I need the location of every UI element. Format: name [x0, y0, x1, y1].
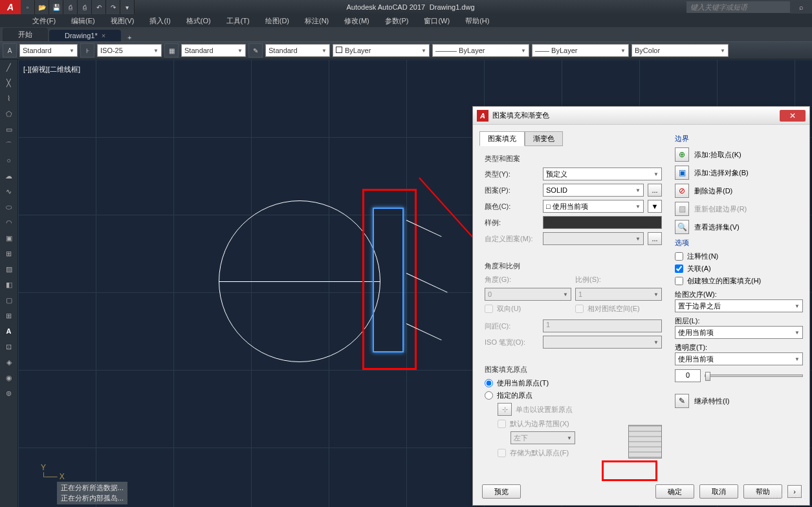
sample-swatch[interactable] [543, 216, 662, 229]
color-combo[interactable]: ByLayer▼ [333, 44, 430, 57]
arc-icon[interactable]: ⌒ [0, 137, 17, 153]
linetype-combo[interactable]: ——— ByLayer▼ [432, 44, 529, 57]
plot-icon[interactable]: ⎙ [78, 0, 92, 14]
lineweight-combo[interactable]: —— ByLayer▼ [532, 44, 629, 57]
circle-icon[interactable]: ○ [0, 153, 17, 168]
add-pick-icon[interactable]: ⊕ [675, 147, 689, 162]
close-button[interactable]: ✕ [780, 110, 806, 122]
layer-label: 图层(L): [675, 316, 803, 326]
add-select-label[interactable]: 添加:选择对象(B) [694, 168, 749, 178]
redo-icon[interactable]: ↷ [106, 0, 120, 14]
origin-specified-radio[interactable]: 指定的原点 [485, 391, 662, 400]
menu-modify[interactable]: 修改(M) [338, 15, 376, 27]
origin-current-radio[interactable]: 使用当前原点(T) [485, 378, 662, 388]
annotation-highlight [362, 189, 417, 370]
gradient-icon[interactable]: ◧ [0, 277, 17, 292]
tool1-icon[interactable]: ⊡ [0, 339, 17, 354]
menu-dimension[interactable]: 标注(N) [298, 15, 335, 27]
tab-start[interactable]: 开始 [3, 28, 48, 41]
pattern-combo[interactable]: SOLID▼ [543, 184, 644, 197]
tool2-icon[interactable]: ◈ [0, 354, 17, 370]
menu-tools[interactable]: 工具(T) [220, 15, 256, 27]
ellipse-icon[interactable]: ⬭ [0, 199, 17, 215]
inherit-icon[interactable]: ✎ [675, 394, 689, 408]
layer-combo[interactable]: 使用当前项▼ [675, 326, 803, 339]
draw-order-combo[interactable]: 置于边界之后▼ [675, 299, 803, 312]
region-icon[interactable]: ▢ [0, 292, 17, 308]
transparency-slider[interactable] [705, 374, 803, 377]
mtext-icon[interactable]: A [0, 323, 17, 339]
block-icon[interactable]: ▣ [0, 230, 17, 246]
info-center-icon[interactable]: ⌕ [790, 1, 812, 14]
viewport-label[interactable]: [-][俯视][二维线框] [23, 65, 80, 74]
menu-help[interactable]: 帮助(H) [459, 15, 496, 27]
hatch-icon[interactable]: ▨ [0, 261, 17, 277]
spline-icon[interactable]: ∿ [0, 184, 17, 199]
view-selection-label[interactable]: 查看选择集(V) [694, 222, 740, 232]
revcloud-icon[interactable]: ☁ [0, 168, 17, 184]
menu-view[interactable]: 视图(V) [104, 15, 141, 27]
saveas-icon[interactable]: ⎙ [63, 0, 78, 14]
ucs-icon[interactable]: Y└── X [41, 463, 65, 481]
line-icon[interactable]: ╱ [0, 59, 17, 75]
annotative-checkbox[interactable]: 注释性(N) [675, 252, 803, 261]
pattern-browse-button[interactable]: ... [648, 184, 662, 197]
color2-button[interactable]: ▼ [648, 200, 662, 213]
plotstyle-combo[interactable]: ByColor▼ [631, 44, 729, 57]
open-icon[interactable]: 📂 [35, 0, 49, 14]
view-selection-icon[interactable]: 🔍 [675, 220, 689, 234]
menu-file[interactable]: 文件(F) [26, 15, 62, 27]
table-style-icon[interactable]: ▦ [164, 43, 179, 58]
scale-combo: 1▼ [575, 288, 662, 301]
separate-checkbox[interactable]: 创建独立的图案填充(H) [675, 276, 803, 286]
text-style-combo[interactable]: Standard▼ [19, 44, 78, 57]
save-icon[interactable]: 💾 [49, 0, 63, 14]
type-combo[interactable]: 预定义▼ [543, 167, 662, 180]
color-combo[interactable]: □ 使用当前项▼ [543, 200, 644, 213]
search-input[interactable]: 键入关键字或短语 [686, 1, 790, 13]
menu-insert[interactable]: 插入(I) [143, 15, 177, 27]
close-icon[interactable]: × [102, 32, 105, 39]
new-icon[interactable]: ▫ [21, 0, 35, 14]
insert-icon[interactable]: ⊞ [0, 246, 17, 261]
ellipse-arc-icon[interactable]: ◠ [0, 215, 17, 230]
ok-button[interactable]: 确定 [655, 484, 694, 499]
tab-gradient[interactable]: 渐变色 [525, 131, 563, 146]
qat-more-icon[interactable]: ▾ [120, 0, 135, 14]
remove-boundary-label[interactable]: 删除边界(D) [694, 186, 732, 196]
menu-edit[interactable]: 编辑(E) [65, 15, 102, 27]
inherit-label[interactable]: 继承特性(I) [694, 396, 729, 406]
mleader-style-icon[interactable]: ✎ [248, 43, 263, 58]
dim-style-combo[interactable]: ISO-25▼ [97, 44, 162, 57]
tool3-icon[interactable]: ◉ [0, 370, 17, 385]
rectangle-icon[interactable]: ▭ [0, 122, 17, 137]
tab-hatch[interactable]: 图案填充 [479, 131, 525, 146]
menu-format[interactable]: 格式(O) [180, 15, 217, 27]
polygon-icon[interactable]: ⬠ [0, 106, 17, 122]
undo-icon[interactable]: ↶ [92, 0, 106, 14]
polyline-icon[interactable]: ⌇ [0, 91, 17, 106]
associative-checkbox[interactable]: 关联(A) [675, 264, 803, 274]
remove-boundary-icon[interactable]: ⊘ [675, 184, 689, 198]
menu-parametric[interactable]: 参数(P) [379, 15, 415, 27]
preview-button[interactable]: 预览 [482, 484, 521, 499]
dim-style-icon[interactable]: ⊦ [80, 43, 94, 58]
xline-icon[interactable]: ╳ [0, 75, 17, 91]
watermark: jingyan [769, 490, 806, 503]
transparency-value[interactable]: 0 [675, 369, 701, 382]
dialog-titlebar[interactable]: A 图案填充和渐变色 ✕ [473, 107, 809, 125]
mleader-style-combo[interactable]: Standard▼ [265, 44, 330, 57]
cancel-button[interactable]: 取消 [699, 484, 738, 499]
tab-add-icon[interactable]: + [122, 34, 137, 41]
tab-drawing1[interactable]: Drawing1*× [49, 30, 121, 41]
menu-draw[interactable]: 绘图(D) [259, 15, 296, 27]
tool4-icon[interactable]: ⊚ [0, 385, 17, 401]
add-pick-label[interactable]: 添加:拾取点(K) [694, 150, 741, 160]
add-select-icon[interactable]: ▣ [675, 166, 689, 180]
transparency-combo[interactable]: 使用当前项▼ [675, 352, 803, 365]
table-style-combo[interactable]: Standard▼ [181, 44, 246, 57]
text-style-icon[interactable]: A [3, 43, 17, 58]
autocad-logo-icon: A [0, 0, 21, 14]
table-icon[interactable]: ⊞ [0, 308, 17, 323]
menu-window[interactable]: 窗口(W) [417, 15, 456, 27]
